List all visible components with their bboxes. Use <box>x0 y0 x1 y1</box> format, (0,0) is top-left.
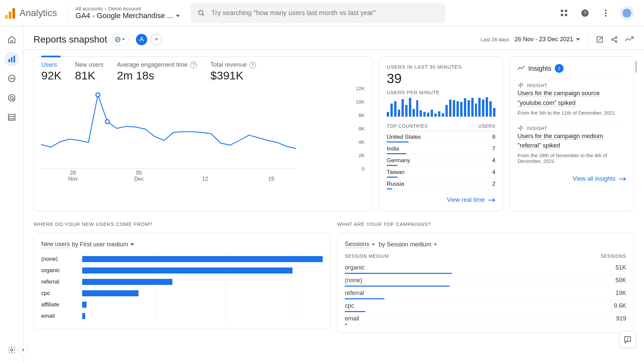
spark-bar <box>405 105 408 117</box>
svg-point-20 <box>10 349 13 351</box>
realtime-spark-bars <box>387 97 495 117</box>
campaign-row[interactable]: cpc9.6K <box>345 300 626 312</box>
logo[interactable]: Analytics <box>5 7 57 19</box>
hbar-row[interactable]: cpc <box>41 288 323 299</box>
svg-point-0 <box>199 10 203 15</box>
spark-bar <box>401 99 404 117</box>
new-users-card: New users by First user medium (none)org… <box>34 233 330 329</box>
spark-bar <box>471 98 474 117</box>
metric-tab-new-users[interactable]: New users 81K <box>75 61 104 82</box>
date-preset-label: Last 28 days <box>481 37 509 42</box>
campaigns-col1: SESSION MEDIUM <box>345 253 389 259</box>
hbar-row[interactable]: (none) <box>41 253 323 265</box>
spark-bar <box>438 111 440 117</box>
country-row[interactable]: India7 <box>387 143 495 155</box>
campaign-row[interactable]: referral19K <box>345 287 626 300</box>
caret-down-icon[interactable] <box>130 243 134 246</box>
spark-bar <box>478 98 481 117</box>
view-all-insights-link[interactable]: View all insights <box>518 175 626 182</box>
date-range-picker[interactable]: 26 Nov - 23 Dec 2021 <box>515 36 580 43</box>
svg-rect-13 <box>13 56 15 62</box>
spark-bar <box>482 100 484 117</box>
insights-icon[interactable] <box>625 35 634 44</box>
country-row[interactable]: United States8 <box>387 131 495 143</box>
account-picker[interactable]: All accounts › Demo Account GA4 - Google… <box>75 6 180 20</box>
search-input[interactable] <box>211 9 439 17</box>
nav-home[interactable] <box>4 32 19 47</box>
scrollbar[interactable] <box>635 61 637 73</box>
nav-configure[interactable] <box>4 110 19 125</box>
svg-point-9 <box>605 12 607 14</box>
status-pill[interactable] <box>112 34 128 46</box>
y-tick: 12K <box>356 85 365 91</box>
spark-bar <box>468 100 470 117</box>
spark-bar <box>431 110 433 117</box>
spark-bar <box>416 100 419 117</box>
y-tick: 0 <box>362 166 365 172</box>
users-line-chart[interactable]: 12K10K8K6K4K2K028Nov05Dec1219 <box>41 88 365 182</box>
caret-down-icon[interactable] <box>372 243 375 245</box>
metric-select-sessions[interactable]: Sessions <box>345 241 369 248</box>
caret-down-icon <box>122 39 125 40</box>
country-row[interactable]: Germany4 <box>387 155 495 166</box>
spark-bar <box>427 113 429 117</box>
edit-icon[interactable] <box>595 35 604 44</box>
svg-point-8 <box>605 9 607 11</box>
campaign-row[interactable]: email919 <box>345 312 626 325</box>
metric-tab-users[interactable]: Users 92K <box>41 61 62 82</box>
caret-down-icon[interactable] <box>434 243 437 245</box>
campaign-row[interactable]: organic51K <box>345 261 626 274</box>
svg-rect-2 <box>561 10 563 12</box>
country-row[interactable]: Taiwan4 <box>387 166 495 178</box>
campaigns-col2: SESSIONS <box>601 253 626 259</box>
spark-bar <box>445 105 448 117</box>
help-icon[interactable]: ? <box>578 6 592 20</box>
campaign-row[interactable]: (none)50K <box>345 274 626 287</box>
metric-tab-total-revenue[interactable]: Total revenue ?$391K <box>210 61 256 82</box>
search-bar[interactable] <box>191 3 445 23</box>
help-icon[interactable]: ? <box>190 62 197 68</box>
search-icon <box>197 9 205 17</box>
svg-point-33 <box>522 126 523 127</box>
caret-down-icon <box>176 15 180 17</box>
nav-advertising[interactable] <box>4 90 19 105</box>
nav-admin[interactable] <box>4 343 19 357</box>
campaigns-card: Sessions by Session medium SESSION MEDIU… <box>337 233 634 333</box>
y-tick: 10K <box>356 99 365 105</box>
apps-icon[interactable] <box>557 6 571 20</box>
section-title-acquisition: WHERE DO YOUR NEW USERS COME FROM? <box>34 221 330 227</box>
audience-badge[interactable]: A <box>136 34 147 45</box>
hbar-row[interactable]: organic <box>41 265 323 276</box>
avatar[interactable] <box>620 6 634 20</box>
more-vert-icon[interactable] <box>599 6 612 20</box>
metric-tab-average-engagement-time[interactable]: Average engagement time ?2m 18s <box>117 61 197 82</box>
y-tick: 6K <box>359 126 365 131</box>
feedback-button[interactable] <box>619 331 636 348</box>
active-tab-indicator <box>41 56 61 57</box>
realtime-card: USERS IN LAST 30 MINUTES 39 USERS PER MI… <box>379 56 503 211</box>
x-tick: 12 <box>195 176 215 182</box>
hbar-row[interactable]: affiliate <box>41 299 323 310</box>
caret-down-icon <box>576 38 580 41</box>
svg-text:?: ? <box>584 10 586 16</box>
help-icon[interactable]: ? <box>249 62 256 68</box>
svg-rect-11 <box>8 59 10 62</box>
sparkle-icon <box>518 82 524 88</box>
share-icon[interactable] <box>610 35 619 44</box>
svg-rect-3 <box>565 10 567 12</box>
nav-reports[interactable] <box>4 52 19 66</box>
view-realtime-link[interactable]: View real time <box>387 196 495 203</box>
insight-item[interactable]: INSIGHTUsers for the campaign medium "re… <box>518 120 626 169</box>
nav-explore[interactable] <box>4 71 19 86</box>
sidebar-expand[interactable] <box>18 345 29 355</box>
hbar-row[interactable]: email <box>41 310 323 322</box>
overview-card: Users 92KNew users 81KAverage engagement… <box>34 56 372 211</box>
page-title: Reports snapshot <box>34 34 107 45</box>
country-row[interactable]: Russia2 <box>387 178 495 190</box>
x-tick: 05Dec <box>129 170 149 182</box>
add-comparison-button[interactable]: + <box>151 34 162 45</box>
app-name: Analytics <box>19 8 57 18</box>
hbar-row[interactable]: referral <box>41 276 323 288</box>
metric-select-newusers[interactable]: New users <box>41 241 70 248</box>
insight-item[interactable]: INSIGHTUsers for the campaign source "yo… <box>518 77 626 120</box>
